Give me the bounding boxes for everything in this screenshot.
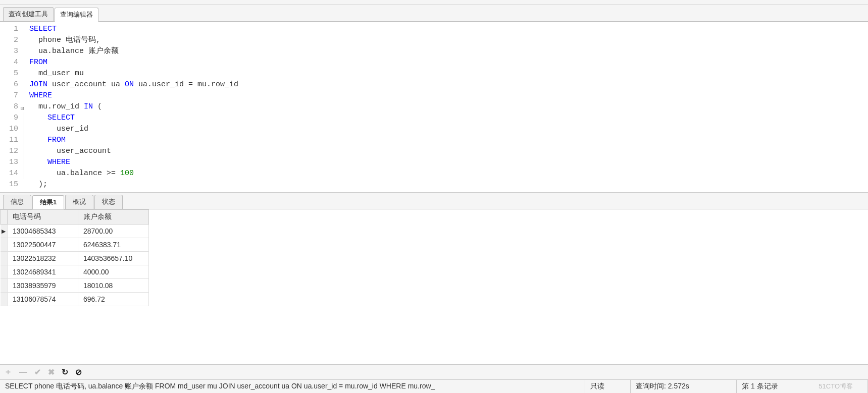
tab-result1[interactable]: 结果1 — [32, 195, 64, 209]
line-number-gutter: 123456789101112131415 — [0, 24, 22, 190]
row-marker — [1, 293, 8, 306]
table-row[interactable]: 13038935979 18010.08 — [1, 279, 149, 293]
tab-info[interactable]: 信息 — [3, 195, 31, 209]
table-row[interactable]: 13022500447 6246383.71 — [1, 238, 149, 252]
tab-status[interactable]: 状态 — [94, 195, 123, 209]
cell-phone[interactable]: 13106078574 — [8, 293, 78, 306]
fold-column[interactable]: ⊟ — [22, 24, 29, 190]
table-row[interactable]: ▶ 13004685343 28700.00 — [1, 224, 149, 238]
row-marker — [1, 265, 8, 279]
row-marker — [1, 252, 8, 265]
apply-button[interactable]: ✔ — [34, 367, 41, 377]
add-row-button[interactable]: ＋ — [4, 367, 12, 377]
status-readonly: 只读 — [585, 380, 631, 393]
window-toolbar — [0, 0, 868, 5]
cell-balance[interactable]: 696.72 — [78, 293, 149, 306]
row-marker — [1, 238, 8, 252]
column-header[interactable]: 账户余额 — [78, 210, 149, 224]
cell-balance[interactable]: 18010.08 — [78, 279, 149, 293]
cell-phone[interactable]: 13004685343 — [8, 224, 78, 238]
cell-phone[interactable]: 13024689341 — [8, 265, 78, 279]
tab-query-editor[interactable]: 查询编辑器 — [55, 8, 98, 22]
row-marker: ▶ — [1, 224, 8, 238]
status-time-value: 2.572s — [668, 382, 689, 390]
stop-button[interactable]: ⊘ — [75, 367, 82, 377]
cell-phone[interactable]: 13022500447 — [8, 238, 78, 252]
result-grid[interactable]: 电话号码账户余额 ▶ 13004685343 28700.00 13022500… — [0, 209, 149, 306]
cell-phone[interactable]: 13022518232 — [8, 252, 78, 265]
grid-action-bar: ＋ — ✔ ✖ ↻ ⊘ — [0, 364, 868, 379]
cell-phone[interactable]: 13038935979 — [8, 279, 78, 293]
table-row[interactable]: 13024689341 4000.00 — [1, 265, 149, 279]
table-row[interactable]: 13106078574 696.72 — [1, 293, 149, 306]
top-tab-strip: 查询创建工具 查询编辑器 — [0, 5, 868, 22]
cell-balance[interactable]: 6246383.71 — [78, 238, 149, 252]
status-query: SELECT phone 电话号码, ua.balance 账户余额 FROM … — [0, 380, 585, 393]
result-tab-strip: 信息 结果1 概况 状态 — [0, 193, 868, 209]
refresh-button[interactable]: ↻ — [62, 367, 68, 377]
code-area[interactable]: SELECT phone 电话号码, ua.balance 账户余额FROM m… — [29, 24, 868, 190]
tab-query-builder[interactable]: 查询创建工具 — [3, 7, 54, 21]
column-header[interactable]: 电话号码 — [8, 210, 78, 224]
cancel-button[interactable]: ✖ — [48, 367, 55, 377]
row-marker — [1, 279, 8, 293]
cell-balance[interactable]: 4000.00 — [78, 265, 149, 279]
row-marker-header — [1, 210, 8, 224]
delete-row-button[interactable]: — — [19, 368, 27, 377]
status-time: 查询时间: 2.572s — [631, 380, 737, 393]
tab-profile[interactable]: 概况 — [65, 195, 93, 209]
sql-editor[interactable]: 123456789101112131415 ⊟ SELECT phone 电话号… — [0, 22, 868, 193]
cell-balance[interactable]: 28700.00 — [78, 224, 149, 238]
status-time-label: 查询时间: — [636, 382, 668, 390]
status-bar: SELECT phone 电话号码, ua.balance 账户余额 FROM … — [0, 379, 868, 393]
status-record: 第 1 条记录 — [737, 380, 868, 393]
table-row[interactable]: 13022518232 1403536657.10 — [1, 252, 149, 265]
results-pane[interactable]: 电话号码账户余额 ▶ 13004685343 28700.00 13022500… — [0, 209, 868, 364]
cell-balance[interactable]: 1403536657.10 — [78, 252, 149, 265]
